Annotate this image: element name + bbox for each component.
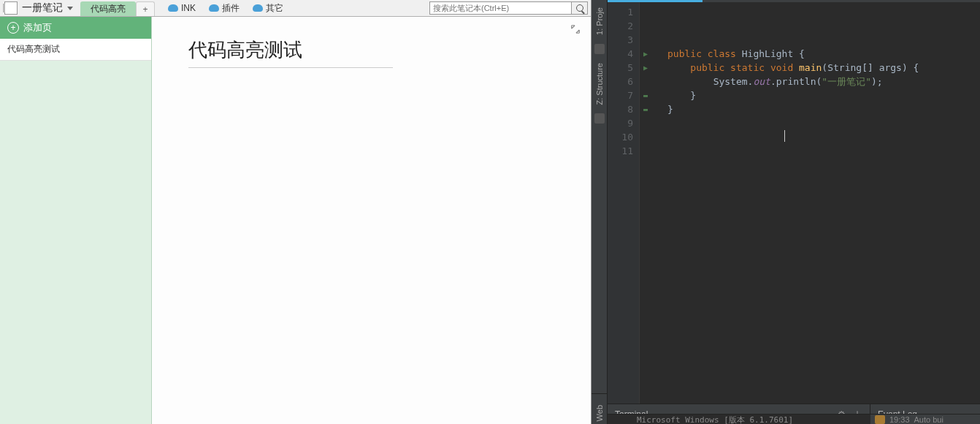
page-item-label: 代码高亮测试 [7, 44, 60, 54]
section-tabbar: 一册笔记 代码高亮 + INK 插件 其它 [0, 0, 591, 17]
plus-icon: + [142, 4, 148, 15]
section-tab-label: 代码高亮 [91, 3, 126, 15]
code-line: public class HighLight { [667, 47, 980, 61]
search-button[interactable] [572, 1, 588, 15]
code-line [667, 116, 980, 130]
add-page-label: 添加页 [23, 21, 52, 34]
tool-web[interactable]: Web [595, 402, 604, 424]
code-line: } [667, 102, 980, 116]
page-title[interactable]: 代码高亮测试 [188, 37, 393, 68]
chevron-down-icon [67, 7, 73, 10]
fold-end-icon[interactable]: ▬ [640, 88, 651, 102]
code-line [667, 144, 980, 158]
tool-icon[interactable] [594, 113, 605, 124]
code-line [667, 33, 980, 47]
line-number: 5 [608, 61, 633, 75]
terminal-preview: Microsoft Windows [版本 6.1.7601] [608, 414, 870, 424]
status-time: 19:33 [889, 415, 910, 424]
code-line: } [667, 88, 980, 102]
text-caret [784, 130, 785, 142]
cloud-icon [209, 4, 219, 12]
add-section-button[interactable]: + [136, 1, 155, 16]
tool-web-strip: Web [592, 393, 608, 424]
line-number: 1 [608, 5, 633, 19]
code-line [667, 19, 980, 33]
link-tab-other[interactable]: 其它 [247, 0, 289, 16]
code-line [667, 5, 980, 19]
status-bar: 19:33 Auto bui [870, 414, 980, 424]
line-number: 11 [608, 144, 633, 158]
tool-project[interactable]: 1: Proje [595, 4, 604, 38]
onenote-body: + 添加页 代码高亮测试 代码高亮测试 [0, 17, 591, 424]
line-number: 7 [608, 88, 633, 102]
notebook-icon [4, 1, 18, 15]
code-line: public static void main(String[] args) { [667, 61, 980, 75]
line-number: 3 [608, 33, 633, 47]
search-input[interactable] [429, 1, 572, 15]
tool-icon[interactable] [594, 44, 605, 54]
notebook-picker[interactable]: 一册笔记 [0, 0, 80, 16]
link-tab-ink[interactable]: INK [162, 0, 202, 16]
code-lines[interactable]: public class HighLight { public static v… [651, 2, 980, 404]
plus-circle-icon: + [7, 22, 19, 34]
line-gutter: 1 2 3 4 5 6 7 8 9 10 11 [608, 2, 640, 404]
code-line: System.out.println("一册笔记"); [667, 75, 980, 88]
page-list-item[interactable]: 代码高亮测试 [0, 39, 151, 61]
tool-structure[interactable]: Z: Structure [595, 60, 604, 107]
page-list: + 添加页 代码高亮测试 [0, 17, 152, 424]
quick-links: INK 插件 其它 [162, 0, 289, 16]
line-number: 4 [608, 47, 633, 61]
expand-icon[interactable] [570, 24, 581, 34]
cloud-icon [253, 4, 263, 12]
cloud-icon [168, 4, 178, 12]
line-number: 9 [608, 116, 633, 130]
fold-toggle-icon[interactable]: ▶ [640, 61, 651, 75]
page-canvas[interactable]: 代码高亮测试 [152, 17, 591, 424]
code-line [667, 130, 980, 144]
ide-app: 1: Proje Z: Structure 1 2 3 4 5 6 7 8 9 … [592, 0, 980, 424]
section-tab-active[interactable]: 代码高亮 [80, 1, 136, 16]
link-tab-label: 插件 [222, 2, 240, 15]
fold-toggle-icon[interactable]: ▶ [640, 47, 651, 61]
fold-end-icon[interactable]: ▬ [640, 102, 651, 116]
code-editor[interactable]: 1 2 3 4 5 6 7 8 9 10 11 ▶ ▶ ▬ ▬ public c [608, 2, 980, 404]
build-badge-icon [875, 415, 885, 424]
editor-column: 1 2 3 4 5 6 7 8 9 10 11 ▶ ▶ ▬ ▬ public c [608, 0, 980, 424]
ide-tool-strip: 1: Proje Z: Structure [592, 0, 608, 424]
link-tab-label: 其它 [266, 2, 283, 15]
add-page-button[interactable]: + 添加页 [0, 17, 151, 39]
line-number: 10 [608, 130, 633, 144]
status-msg: Auto bui [914, 415, 943, 424]
onenote-app: 一册笔记 代码高亮 + INK 插件 其它 [0, 0, 592, 424]
search-icon [576, 4, 583, 12]
fold-gutter: ▶ ▶ ▬ ▬ [640, 2, 651, 404]
notebook-name: 一册笔记 [22, 1, 63, 15]
line-number: 8 [608, 102, 633, 116]
line-number: 2 [608, 19, 633, 33]
search-wrap [426, 0, 591, 16]
link-tab-label: INK [181, 3, 196, 13]
link-tab-plugins[interactable]: 插件 [203, 0, 245, 16]
line-number: 6 [608, 75, 633, 88]
